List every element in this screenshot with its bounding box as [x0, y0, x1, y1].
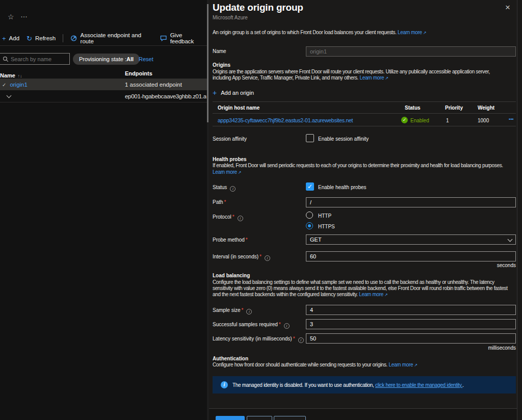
session-affinity-checkbox[interactable] — [306, 134, 314, 142]
priority-value: 1 — [446, 118, 449, 123]
name-input[interactable] — [306, 46, 516, 57]
endpoint-count: 1 associated endpoint — [125, 82, 182, 88]
search-input[interactable] — [11, 56, 67, 62]
authentication-heading: Authentication — [213, 356, 248, 361]
external-link-icon: ↗ — [423, 31, 426, 35]
sample-size-input[interactable] — [306, 305, 516, 315]
external-link-icon: ↗ — [238, 170, 241, 175]
weight-value: 1000 — [478, 118, 489, 123]
refresh-button[interactable]: ↻ Refresh — [27, 35, 56, 42]
authentication-description: Configure how front door should authenti… — [213, 362, 417, 368]
give-feedback-button[interactable]: Give feedback — [160, 32, 206, 44]
chevron-down-icon[interactable] — [7, 93, 12, 98]
managed-identity-info-banner: i The managed identity is disabled. If y… — [213, 376, 516, 393]
external-link-icon: ↗ — [384, 293, 387, 297]
session-affinity-label: Session affinity — [213, 136, 247, 142]
session-affinity-checkbox-label: Enable session affinity — [318, 136, 369, 142]
protocol-label: Protocol*i — [213, 214, 243, 221]
selected-check-icon: ✓ — [2, 82, 6, 88]
lb-description-line3: and the next fastest backends within the… — [213, 292, 387, 297]
path-label: Path* — [213, 199, 226, 205]
interval-input[interactable] — [306, 251, 516, 261]
more-options-icon[interactable]: … — [20, 11, 28, 19]
provisioning-state-filter[interactable]: Provisioning state : All — [73, 54, 140, 65]
origins-learn-more-link[interactable]: Learn more — [359, 75, 384, 81]
external-link-icon: ↗ — [385, 76, 388, 81]
plus-icon: + — [213, 89, 217, 97]
required-asterisk: * — [293, 336, 295, 342]
health-probes-checkbox[interactable]: ✓ — [306, 182, 314, 191]
update-button[interactable]: Update — [216, 416, 245, 420]
successful-samples-input[interactable] — [306, 319, 516, 329]
lb-learn-more-link[interactable]: Learn more — [359, 292, 383, 297]
info-icon[interactable]: i — [238, 216, 243, 221]
favorite-star-icon[interactable]: ☆ — [8, 13, 14, 21]
health-probes-description: If enabled, Front Door will send periodi… — [213, 163, 503, 168]
external-link-icon: ↗ — [414, 363, 417, 368]
endpoint-row[interactable]: ep001-hgabebcaave3ghbb.z01.azuref — [0, 90, 207, 102]
origin-host-link[interactable]: appp34235-cyftawecc7hjf9b2.eastus2-01.az… — [218, 117, 353, 123]
close-icon[interactable]: × — [505, 3, 510, 13]
share-button[interactable]: Share — [274, 416, 306, 420]
add-button[interactable]: + Add — [2, 35, 19, 42]
health-probes-learn-more: Learn more↗ — [213, 169, 241, 175]
info-icon[interactable]: i — [230, 186, 236, 192]
health-learn-more-link[interactable]: Learn more — [213, 169, 237, 175]
associate-route-icon — [70, 35, 77, 42]
info-icon[interactable]: i — [284, 323, 290, 329]
status-enabled-text: Enabled — [410, 118, 429, 123]
name-label: Name — [213, 48, 226, 54]
left-scrollbar-thumb[interactable] — [207, 4, 208, 122]
sort-icon: ↑↓ — [17, 73, 22, 78]
auth-learn-more-link[interactable]: Learn more — [389, 362, 413, 368]
update-origin-group-panel: Update origin group Microsoft Azure × An… — [209, 0, 517, 420]
origins-description-line1: Origins are the application servers wher… — [213, 69, 490, 74]
add-origin-button[interactable]: + Add an origin — [213, 89, 254, 97]
plus-icon: + — [2, 35, 6, 42]
intro-learn-more-link[interactable]: Learn more — [398, 30, 422, 35]
required-asterisk: * — [232, 214, 234, 220]
panel-scrollbar-track[interactable] — [517, 0, 522, 420]
successful-samples-label: Successful samples required*i — [213, 322, 290, 329]
protocol-http-radio[interactable] — [306, 212, 313, 219]
column-header-endpoints: Endpoints — [125, 70, 152, 76]
lb-description-line1: Configure the load balancing settings to… — [213, 279, 494, 285]
refresh-icon: ↻ — [27, 35, 32, 42]
reset-filters-link[interactable]: Reset — [139, 56, 153, 62]
status-label: Statusi — [213, 185, 236, 192]
search-icon — [3, 56, 9, 62]
required-asterisk: * — [241, 307, 243, 313]
refresh-label: Refresh — [35, 35, 56, 41]
row-actions-icon[interactable]: ••• — [509, 117, 513, 122]
row-divider-line — [0, 102, 207, 102]
associate-endpoint-button[interactable]: Associate endpoint and route — [70, 32, 153, 44]
enable-identity-link[interactable]: click here to enable the managed identit… — [375, 382, 462, 388]
info-icon[interactable]: i — [298, 337, 304, 343]
feedback-icon — [160, 35, 167, 42]
panel-title: Update origin group — [213, 2, 303, 13]
origin-group-row[interactable]: ✓ origin1 1 associated endpoint — [0, 79, 207, 90]
info-icon[interactable]: i — [265, 255, 270, 261]
health-probes-checkbox-label: Enable health probes — [318, 185, 367, 190]
info-icon[interactable]: i — [246, 309, 252, 314]
protocol-http-label: HTTP — [318, 213, 331, 219]
provisioning-state-label: Provisioning state : — [79, 56, 126, 62]
probe-method-select[interactable]: GET — [306, 234, 516, 245]
required-asterisk: * — [259, 254, 262, 259]
origin-group-link[interactable]: origin1 — [10, 82, 28, 88]
toolbar-divider-line — [0, 45, 207, 46]
toolbar: + Add ↻ Refresh Associate endpoint and r… — [2, 32, 206, 45]
required-asterisk: * — [246, 237, 248, 243]
protocol-https-radio[interactable] — [306, 222, 313, 229]
latency-sensitivity-input[interactable] — [306, 333, 516, 344]
required-asterisk: * — [279, 322, 281, 327]
sample-size-label: Sample size*i — [213, 307, 252, 314]
path-input[interactable] — [306, 197, 516, 207]
provisioning-state-value: All — [126, 56, 134, 62]
search-box[interactable] — [0, 53, 70, 65]
cancel-button[interactable]: Cancel — [247, 416, 272, 420]
col-origin-host-name: Origin host name — [218, 105, 259, 111]
interval-label: Interval (in seconds)*i — [213, 254, 270, 261]
toolbar-divider — [63, 34, 63, 42]
panel-subtitle: Microsoft Azure — [213, 15, 248, 20]
